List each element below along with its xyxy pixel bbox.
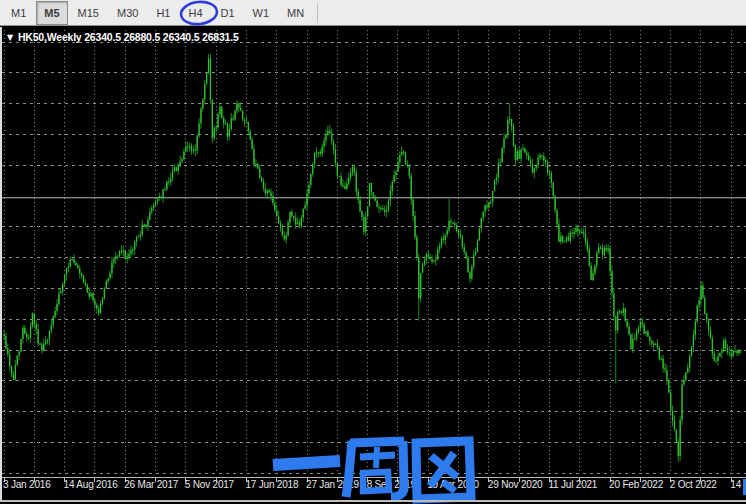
candle-body <box>448 221 449 231</box>
candlestick-chart[interactable] <box>0 27 746 504</box>
candle-body <box>460 234 461 237</box>
timeframe-button-m30[interactable]: M30 <box>109 1 146 25</box>
candle-body <box>98 309 99 313</box>
candle-body <box>234 111 235 120</box>
candle-body <box>441 238 442 246</box>
candle-body <box>477 240 478 252</box>
candle-body <box>130 250 131 254</box>
candle-body <box>568 237 569 241</box>
candle-body <box>530 160 531 163</box>
time-axis[interactable]: 3 Jan 201614 Aug 201626 Mar 20175 Nov 20… <box>0 479 746 497</box>
time-axis-label: 26 Mar 2017 <box>124 479 178 490</box>
candle-body <box>645 331 646 333</box>
candle-body <box>251 139 252 149</box>
candle-body <box>655 344 656 345</box>
chart-menu-icon[interactable]: ▼ <box>7 33 13 42</box>
candle-body <box>176 167 177 171</box>
candle-body <box>229 129 230 137</box>
candle-body <box>723 340 724 349</box>
chart-area[interactable]: ▼HK50,Weekly 26340.5 26880.5 26340.5 268… <box>0 27 746 504</box>
timeframe-button-mn[interactable]: MN <box>279 1 312 25</box>
candle-body <box>284 236 285 240</box>
candle-body <box>102 299 103 304</box>
candle-body <box>659 347 660 359</box>
candle-body <box>428 255 429 257</box>
candle-body <box>214 128 215 138</box>
candle-body <box>647 331 648 336</box>
candle-body <box>505 135 506 138</box>
time-axis-label: 14 <box>730 479 741 490</box>
candle-body <box>90 293 91 296</box>
timeframe-button-m1[interactable]: M1 <box>3 1 34 25</box>
candle-body <box>386 211 387 212</box>
candle-body <box>670 392 671 411</box>
candle-body <box>501 148 502 162</box>
candle-body <box>572 233 573 234</box>
candle-body <box>664 368 665 370</box>
candle-body <box>329 131 330 134</box>
candle-body <box>115 256 116 258</box>
candle-body <box>170 179 171 182</box>
candle-body <box>503 138 504 148</box>
candle-body <box>439 246 440 249</box>
candle-body <box>369 183 370 206</box>
candle-body <box>483 212 484 218</box>
candle-body <box>653 344 654 346</box>
candle-body <box>553 182 554 196</box>
grid <box>2 30 746 473</box>
candle-body <box>486 205 487 207</box>
candle-body <box>310 174 311 185</box>
candle-body <box>109 273 110 278</box>
candle-body <box>363 217 364 231</box>
candle-body <box>276 210 277 216</box>
candle-body <box>626 321 627 327</box>
candle-body <box>619 311 620 312</box>
timeframe-button-h4[interactable]: H4 <box>180 1 210 25</box>
candle-body <box>270 193 271 196</box>
candle-body <box>5 336 6 348</box>
candle-body <box>217 114 218 127</box>
candle-body <box>433 261 434 262</box>
timeframe-button-d1[interactable]: D1 <box>213 1 243 25</box>
candle-body <box>187 146 188 147</box>
candle-body <box>700 285 701 300</box>
candle-body <box>562 236 563 241</box>
candle-body <box>708 320 709 330</box>
candle-body <box>678 441 679 456</box>
candle-body <box>443 238 444 240</box>
candle-body <box>96 305 97 309</box>
candle-body <box>411 176 412 199</box>
timeframe-button-m5[interactable]: M5 <box>36 1 67 25</box>
candle-body <box>693 335 694 346</box>
candle-body <box>424 260 425 264</box>
candle-body <box>231 118 232 129</box>
candle-body <box>41 345 42 351</box>
candle-body <box>380 208 381 209</box>
candle-body <box>269 190 270 193</box>
timeframe-button-m15[interactable]: M15 <box>70 1 107 25</box>
timeframe-button-w1[interactable]: W1 <box>245 1 278 25</box>
candle-body <box>416 237 417 257</box>
candle-body <box>467 257 468 272</box>
candle-body <box>87 285 88 293</box>
candle-body <box>335 150 336 164</box>
candle-body <box>155 202 156 205</box>
timeframe-button-h1[interactable]: H1 <box>148 1 178 25</box>
candle-body <box>403 152 404 153</box>
candle-body <box>712 338 713 353</box>
candle-body <box>164 189 165 190</box>
candle-body <box>630 334 631 349</box>
candle-body <box>590 266 591 280</box>
candle-body <box>547 162 548 172</box>
candle-body <box>488 202 489 207</box>
candle-body <box>272 196 273 203</box>
candle-body <box>447 230 448 234</box>
candle-body <box>195 149 196 150</box>
candle-body <box>246 121 247 122</box>
candle-body <box>600 248 601 249</box>
candle-body <box>524 149 525 153</box>
candle-body <box>56 304 57 311</box>
candle-body <box>520 150 521 159</box>
candle-body <box>490 202 491 203</box>
candle-body <box>632 339 633 349</box>
